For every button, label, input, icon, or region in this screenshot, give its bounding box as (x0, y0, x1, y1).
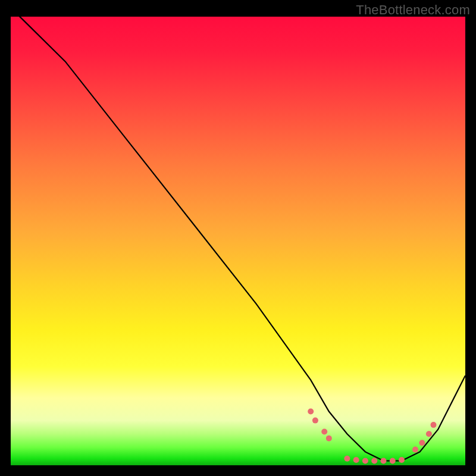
data-point (381, 458, 387, 464)
curve-layer (11, 17, 465, 465)
watermark-label: TheBottleneck.com (356, 2, 470, 18)
data-point (353, 457, 359, 463)
data-point (399, 457, 405, 463)
data-point (431, 422, 437, 428)
chart-frame: TheBottleneck.com (0, 0, 476, 476)
bottleneck-curve (11, 8, 465, 461)
data-point (308, 409, 314, 415)
data-point (412, 447, 418, 453)
data-point (344, 456, 350, 462)
plot-area (11, 17, 465, 465)
data-point (362, 458, 368, 464)
data-point (419, 440, 425, 446)
data-point (390, 458, 396, 464)
data-point (321, 429, 327, 435)
data-point (426, 431, 432, 437)
data-point (371, 458, 377, 464)
data-point (312, 418, 318, 424)
data-point (326, 436, 332, 441)
